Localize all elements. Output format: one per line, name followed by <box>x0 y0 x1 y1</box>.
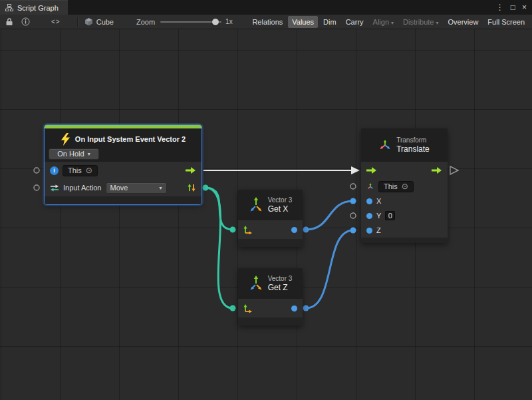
transform-header: Transform Translate <box>361 128 448 162</box>
vector-mini-icon[interactable] <box>243 303 253 313</box>
chevron-down-icon: ▾ <box>88 150 90 158</box>
event-this-row: i This ⊙ <box>45 162 201 179</box>
transform-y-row: Y 0 <box>361 208 448 223</box>
chevron-down-icon: ▾ <box>159 184 162 192</box>
node-title: Get X <box>268 204 293 214</box>
port-event-action-in[interactable] <box>34 185 39 190</box>
x-input-port[interactable] <box>366 198 372 204</box>
unity-script-graph-window: Script Graph ⋮ □ × <> <box>0 0 532 400</box>
z-value-port[interactable] <box>291 305 297 311</box>
lightning-icon <box>61 133 70 146</box>
transform-control-row <box>361 162 448 179</box>
port-getx-in[interactable] <box>230 227 236 233</box>
node-category: Vector 3 <box>268 196 293 204</box>
getx-body <box>238 220 303 239</box>
port-getx-out[interactable] <box>303 227 309 233</box>
zoom-slider-handle[interactable] <box>212 19 219 25</box>
z-input-port[interactable] <box>366 228 372 234</box>
port-event-vector2-out[interactable] <box>203 185 209 191</box>
kebab-menu-icon[interactable]: ⋮ <box>496 3 504 11</box>
port-event-this-in[interactable] <box>34 168 39 173</box>
vector2-output-icon[interactable] <box>187 183 196 192</box>
toolbar-buttons: Relations Values Dim Carry Align▾ Distri… <box>248 16 532 28</box>
align-dropdown-button[interactable]: Align▾ <box>369 16 398 28</box>
relations-button[interactable]: Relations <box>248 16 287 28</box>
getz-footer <box>238 317 303 325</box>
event-this-field[interactable]: This ⊙ <box>63 165 98 176</box>
zoom-value: 1x <box>225 18 233 25</box>
getx-port-row <box>238 220 303 239</box>
code-icon[interactable]: <> <box>49 16 63 28</box>
zoom-slider[interactable] <box>160 17 221 27</box>
tab-script-graph[interactable]: Script Graph <box>0 0 68 15</box>
input-action-label: Input Action <box>63 184 102 192</box>
carry-button[interactable]: Carry <box>342 16 368 28</box>
chevron-down-icon: ▾ <box>391 20 394 26</box>
node-get-z[interactable]: Vector 3 Get Z <box>238 268 303 325</box>
port-transform-x[interactable] <box>350 198 356 204</box>
control-input-arrow[interactable] <box>366 166 377 174</box>
object-reference[interactable]: Cube <box>82 17 116 26</box>
transform-icon <box>379 140 391 150</box>
port-getz-out[interactable] <box>303 305 309 311</box>
vector3-icon <box>249 276 263 292</box>
values-button[interactable]: Values <box>288 16 318 28</box>
vector-mini-icon[interactable] <box>243 225 253 234</box>
x-label: X <box>376 197 381 205</box>
transform-x-row: X <box>361 194 448 208</box>
z-label: Z <box>376 226 381 234</box>
tab-bar: Script Graph ⋮ □ × <box>0 0 532 15</box>
zoom-label: Zoom <box>136 18 155 26</box>
event-action-row: Input Action Move ▾ <box>45 179 201 196</box>
control-output-arrow[interactable] <box>432 166 442 174</box>
distribute-dropdown-button[interactable]: Distribute▾ <box>399 16 442 28</box>
full-screen-button[interactable]: Full Screen <box>483 16 529 28</box>
wire-getx-to-x[interactable] <box>306 201 353 230</box>
port-transform-z[interactable] <box>350 228 356 234</box>
getz-port-row <box>238 299 303 317</box>
node-title: On Input System Event Vector 2 <box>75 135 186 143</box>
port-transform-this[interactable] <box>350 184 356 189</box>
wire-vector2-to-getz[interactable] <box>205 188 233 308</box>
port-transform-control-out[interactable] <box>450 166 458 174</box>
control-output-arrow[interactable] <box>186 166 196 174</box>
transform-this-field[interactable]: This ⊙ <box>378 181 414 192</box>
object-picker-icon[interactable]: ⊙ <box>402 182 408 190</box>
transform-mini-icon <box>366 183 374 190</box>
event-node-footer <box>45 196 201 204</box>
input-action-dropdown[interactable]: Move ▾ <box>106 182 167 194</box>
dim-button[interactable]: Dim <box>319 16 340 28</box>
lock-icon[interactable] <box>3 16 15 28</box>
port-getz-in[interactable] <box>230 305 236 311</box>
close-icon[interactable]: × <box>522 3 527 11</box>
node-title: Get Z <box>268 283 293 293</box>
y-label: Y <box>376 212 381 220</box>
tab-title: Script Graph <box>17 4 59 12</box>
vector3-icon <box>249 197 263 213</box>
node-title: Translate <box>396 144 430 154</box>
port-transform-y[interactable] <box>350 213 356 218</box>
x-value-port[interactable] <box>291 227 297 233</box>
getx-header: Vector 3 Get X <box>238 190 303 220</box>
event-mode-dropdown[interactable]: On Hold ▾ <box>49 148 99 160</box>
input-action-icon <box>50 184 59 192</box>
node-category: Vector 3 <box>268 275 293 283</box>
y-input-port[interactable] <box>366 213 372 219</box>
node-transform-translate[interactable]: Transform Translate <box>361 128 448 243</box>
node-on-input-system-event[interactable]: On Input System Event Vector 2 On Hold ▾… <box>45 125 201 204</box>
script-info-icon: i <box>50 166 59 175</box>
graph-canvas[interactable]: On Input System Event Vector 2 On Hold ▾… <box>0 29 532 400</box>
object-name: Cube <box>96 18 114 26</box>
node-category: Transform <box>396 136 430 144</box>
info-icon[interactable] <box>19 16 32 28</box>
graph-icon <box>5 4 13 12</box>
cube-icon <box>84 17 93 26</box>
node-get-x[interactable]: Vector 3 Get X <box>238 190 303 247</box>
wire-getz-to-z[interactable] <box>306 230 353 308</box>
object-picker-icon[interactable]: ⊙ <box>86 166 92 174</box>
maximize-icon[interactable]: □ <box>511 3 515 11</box>
y-value-field[interactable]: 0 <box>385 211 395 220</box>
overview-button[interactable]: Overview <box>444 16 483 28</box>
transform-body: This ⊙ X Y 0 Z <box>361 162 448 238</box>
wire-control-arrowhead <box>351 166 360 174</box>
